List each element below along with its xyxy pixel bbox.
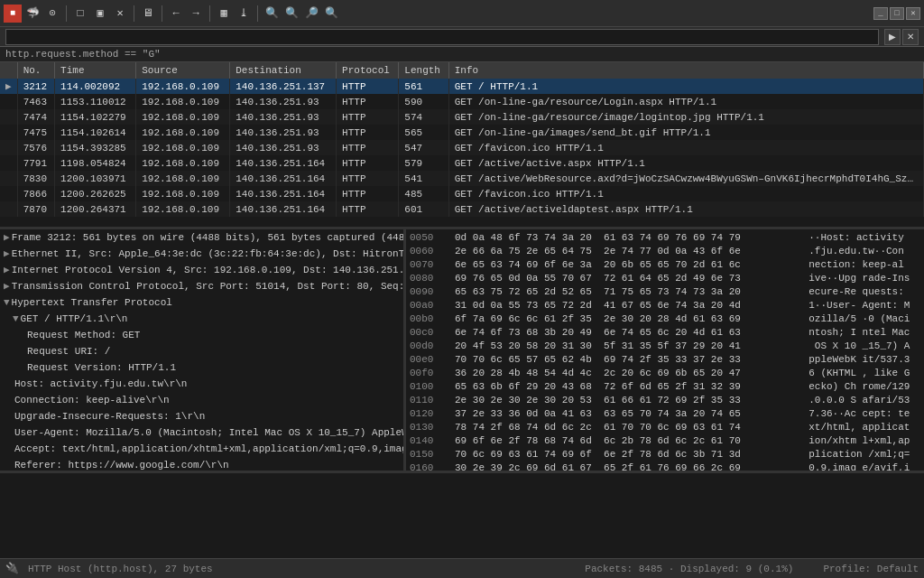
row-info: GET /on-line-ga/images/send_bt.gif HTTP/… bbox=[448, 125, 923, 140]
table-row[interactable]: ▶ 3212 114.002092 192.168.0.109 140.136.… bbox=[0, 79, 924, 94]
row-destination: 140.136.251.164 bbox=[230, 186, 337, 201]
row-source: 192.168.0.109 bbox=[136, 94, 230, 109]
close-button[interactable]: ✕ bbox=[906, 7, 920, 20]
row-arrow bbox=[0, 94, 17, 109]
row-protocol: HTTP bbox=[337, 171, 399, 186]
tree-item[interactable]: Request Method: GET bbox=[0, 327, 403, 343]
tree-item[interactable]: Connection: keep-alive\r\n bbox=[0, 392, 403, 408]
row-source: 192.168.0.109 bbox=[136, 140, 230, 155]
row-time: 1153.110012 bbox=[55, 94, 136, 109]
table-row[interactable]: 7463 1153.110012 192.168.0.109 140.136.2… bbox=[0, 94, 924, 109]
filter-input[interactable]: http.request.method == "G" bbox=[5, 29, 879, 45]
filter-bar: http.request.method == "G" ▶ ✕ bbox=[0, 27, 924, 47]
tree-expand-icon: ▶ bbox=[4, 248, 10, 259]
row-protocol: HTTP bbox=[337, 155, 399, 171]
filter-apply-button[interactable]: ▶ bbox=[884, 29, 901, 45]
row-info: GET /favicon.ico HTTP/1.1 bbox=[448, 186, 923, 201]
tree-item[interactable]: Upgrade-Insecure-Requests: 1\r\n bbox=[0, 408, 403, 424]
shark-icon[interactable]: 🦈 bbox=[23, 5, 42, 23]
toolbar-icons: ■ 🦈 ⊙ □ ▣ ✕ 🖥 ← → ▦ ⤓ 🔍 🔍 🔎 🔍 bbox=[4, 5, 340, 23]
col-info[interactable]: Info bbox=[448, 62, 923, 79]
row-length: 574 bbox=[399, 109, 448, 125]
table-row[interactable]: 7576 1154.393285 192.168.0.109 140.136.2… bbox=[0, 140, 924, 155]
table-row[interactable]: 7830 1200.103971 192.168.0.109 140.136.2… bbox=[0, 171, 924, 186]
active-filter-display: http.request.method == "G" bbox=[0, 47, 924, 62]
packet-detail-panel: ▶Frame 3212: 561 bytes on wire (4488 bit… bbox=[0, 229, 924, 473]
row-arrow bbox=[0, 109, 17, 125]
status-connection-text: HTTP Host (http.host), 27 bytes bbox=[28, 564, 213, 574]
window-controls: _ □ ✕ bbox=[873, 7, 920, 20]
tree-item[interactable]: ▼GET / HTTP/1.1\r\n bbox=[0, 311, 403, 327]
col-destination[interactable]: Destination bbox=[230, 62, 337, 79]
filter-title: http.request.method == "G" bbox=[5, 49, 161, 60]
tree-item-text: Request Version: HTTP/1.1 bbox=[27, 362, 176, 373]
table-row[interactable]: 7791 1198.054824 192.168.0.109 140.136.2… bbox=[0, 155, 924, 171]
row-source: 192.168.0.109 bbox=[136, 155, 230, 171]
separator-1 bbox=[66, 5, 67, 22]
tree-item[interactable]: ▶Frame 3212: 561 bytes on wire (4488 bit… bbox=[0, 229, 403, 246]
filter-clear-button[interactable]: ✕ bbox=[902, 29, 919, 45]
row-source: 192.168.0.109 bbox=[136, 201, 230, 217]
row-arrow bbox=[0, 155, 17, 171]
tree-expand-icon: ▶ bbox=[4, 232, 10, 243]
row-no: 7791 bbox=[17, 155, 54, 171]
row-destination: 140.136.251.164 bbox=[230, 171, 337, 186]
row-time: 1200.262625 bbox=[55, 186, 136, 201]
back-icon[interactable]: ← bbox=[167, 5, 185, 23]
col-no[interactable]: No. bbox=[17, 62, 54, 79]
forward-icon[interactable]: → bbox=[187, 5, 205, 23]
minimize-button[interactable]: _ bbox=[873, 7, 888, 20]
tree-item[interactable]: User-Agent: Mozilla/5.0 (Macintosh; Inte… bbox=[0, 424, 403, 441]
capture-options-icon[interactable]: ▦ bbox=[215, 5, 233, 23]
row-protocol: HTTP bbox=[337, 109, 399, 125]
tree-item[interactable]: Referer: https://www.google.com/\r\n bbox=[0, 457, 403, 471]
table-row[interactable]: 7870 1200.264371 192.168.0.109 140.136.2… bbox=[0, 201, 924, 217]
hex-ascii: ··Host: activity .fju.edu.tw··Con nectio… bbox=[793, 229, 924, 471]
hex-bytes: 0d 0a 48 6f 73 74 3a 20 61 63 74 69 76 6… bbox=[451, 229, 793, 471]
open-icon[interactable]: □ bbox=[71, 5, 89, 23]
row-length: 601 bbox=[399, 201, 448, 217]
tree-item[interactable]: ▶Transmission Control Protocol, Src Port… bbox=[0, 278, 403, 294]
zoom-reset-icon[interactable]: 🔍 bbox=[322, 5, 340, 23]
tree-item[interactable]: ▼Hypertext Transfer Protocol bbox=[0, 294, 403, 311]
row-protocol: HTTP bbox=[337, 140, 399, 155]
maximize-button[interactable]: □ bbox=[890, 7, 904, 20]
separator-4 bbox=[209, 5, 210, 22]
tree-item[interactable]: ▶Internet Protocol Version 4, Src: 192.1… bbox=[0, 262, 403, 278]
tree-expand-icon: ▼ bbox=[13, 313, 19, 324]
tree-item[interactable]: Host: activity.fju.edu.tw\r\n bbox=[0, 376, 403, 392]
save-icon[interactable]: ▣ bbox=[91, 5, 109, 23]
tree-item[interactable]: Accept: text/html,application/xhtml+xml,… bbox=[0, 441, 403, 457]
table-row[interactable]: 7866 1200.262625 192.168.0.109 140.136.2… bbox=[0, 186, 924, 201]
row-source: 192.168.0.109 bbox=[136, 125, 230, 140]
row-arrow bbox=[0, 125, 17, 140]
row-length: 565 bbox=[399, 125, 448, 140]
close-icon[interactable]: ✕ bbox=[111, 5, 129, 23]
packet-list[interactable]: No. Time Source Destination Protocol Len… bbox=[0, 62, 924, 229]
tree-item[interactable]: Request URI: / bbox=[0, 343, 403, 359]
row-protocol: HTTP bbox=[337, 94, 399, 109]
tree-item[interactable]: Request Version: HTTP/1.1 bbox=[0, 359, 403, 376]
restart-icon[interactable]: ⊙ bbox=[43, 5, 61, 23]
stop-icon[interactable]: ■ bbox=[4, 5, 22, 23]
detail-tree[interactable]: ▶Frame 3212: 561 bytes on wire (4488 bit… bbox=[0, 229, 406, 471]
table-row[interactable]: 7474 1154.102279 192.168.0.109 140.136.2… bbox=[0, 109, 924, 125]
find-icon[interactable]: 🔍 bbox=[263, 5, 281, 23]
col-time[interactable]: Time bbox=[55, 62, 136, 79]
tree-item[interactable]: ▶Ethernet II, Src: Apple_64:3e:dc (3c:22… bbox=[0, 246, 403, 262]
zoom-out-icon[interactable]: 🔎 bbox=[302, 5, 320, 23]
capture-download-icon[interactable]: ⤓ bbox=[235, 5, 253, 23]
col-protocol[interactable]: Protocol bbox=[337, 62, 399, 79]
table-row[interactable]: 7475 1154.102614 192.168.0.109 140.136.2… bbox=[0, 125, 924, 140]
tree-item-text: Ethernet II, Src: Apple_64:3e:dc (3c:22:… bbox=[12, 248, 403, 259]
tree-item-text: User-Agent: Mozilla/5.0 (Macintosh; Inte… bbox=[14, 427, 403, 438]
profile-text: Profile: Default bbox=[823, 564, 919, 574]
zoom-in-icon[interactable]: 🔍 bbox=[282, 5, 300, 23]
row-destination: 140.136.251.164 bbox=[230, 201, 337, 217]
row-source: 192.168.0.109 bbox=[136, 109, 230, 125]
col-length[interactable]: Length bbox=[399, 62, 448, 79]
monitor-icon[interactable]: 🖥 bbox=[139, 5, 157, 23]
row-info: GET /favicon.ico HTTP/1.1 bbox=[448, 140, 923, 155]
col-source[interactable]: Source bbox=[136, 62, 230, 79]
tree-item-text: Request URI: / bbox=[27, 346, 110, 357]
